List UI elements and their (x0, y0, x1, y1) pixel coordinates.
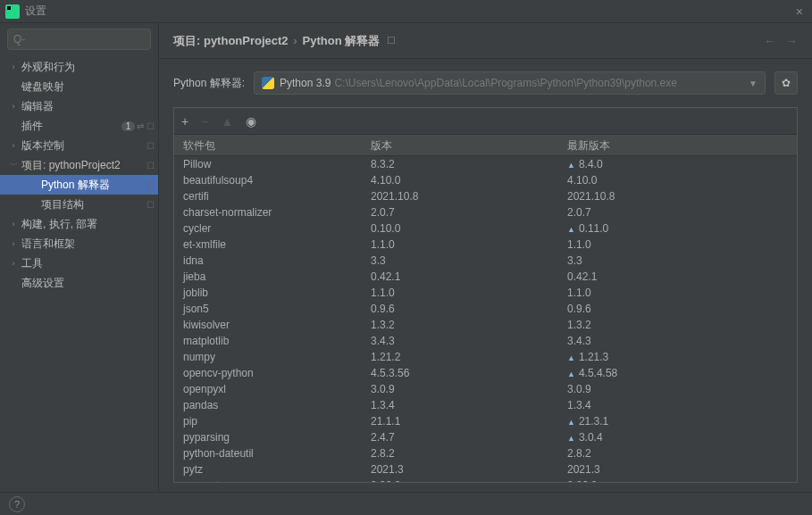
package-panel: + − ▲ ◉ 软件包 版本 最新版本 Pillow8.3.2▲8.4.0bea… (173, 107, 798, 483)
interpreter-row: Python 解释器: Python 3.9 C:\Users\Lenovo\A… (159, 59, 812, 107)
chevron-right-icon: › (294, 35, 297, 47)
sidebar-item-label: 编辑器 (21, 99, 158, 114)
titlebar: 设置 × (0, 0, 812, 23)
upgrade-available-icon: ▲ (567, 434, 575, 443)
sidebar-item-label: 构建, 执行, 部署 (21, 217, 158, 232)
main-layout: ›外观和行为键盘映射›编辑器插件1⇄ ☐›版本控制☐﹀项目: pythonPro… (0, 23, 812, 492)
sidebar-item[interactable]: 高级设置 (0, 273, 158, 293)
package-name: requests (174, 476, 362, 482)
package-latest: 2.26.0 (558, 476, 797, 482)
sidebar-item[interactable]: 项目结构☐ (0, 195, 158, 214)
chevron-right-icon: › (9, 102, 18, 111)
footer: ? (0, 492, 812, 515)
sidebar-item[interactable]: Python 解释器☐ (0, 175, 158, 195)
window-title: 设置 (25, 4, 46, 19)
chevron-right-icon: › (9, 141, 18, 150)
settings-tree: ›外观和行为键盘映射›编辑器插件1⇄ ☐›版本控制☐﹀项目: pythonPro… (0, 55, 158, 492)
sidebar-item[interactable]: 键盘映射 (0, 77, 158, 96)
sidebar-item-label: 键盘映射 (21, 79, 158, 95)
close-icon[interactable]: × (792, 4, 807, 19)
sidebar-item[interactable]: ›版本控制☐ (0, 136, 158, 155)
project-marker-icon: ☐ (146, 180, 155, 190)
sidebar-item-label: 版本控制 (21, 138, 146, 154)
app-icon (5, 4, 20, 19)
upgrade-available-icon: ▲ (567, 353, 575, 362)
interpreter-name: Python 3.9 (280, 77, 331, 89)
upgrade-available-icon: ▲ (567, 370, 575, 378)
sidebar-item[interactable]: ›外观和行为 (0, 57, 158, 77)
project-marker-icon: ☐ (146, 200, 155, 210)
chevron-right-icon: › (9, 239, 18, 248)
add-package-button[interactable]: + (181, 114, 188, 129)
sidebar-item[interactable]: ›工具 (0, 253, 158, 273)
search-box[interactable] (7, 29, 151, 50)
search-input[interactable] (13, 33, 147, 46)
package-row[interactable]: requests2.26.02.26.0 (174, 478, 797, 482)
sidebar-item-label: 项目: pythonProject2 (21, 158, 146, 173)
upgrade-available-icon: ▲ (567, 161, 575, 170)
chevron-down-icon: ﹀ (9, 160, 18, 171)
sidebar-item-label: Python 解释器 (41, 178, 146, 193)
chevron-right-icon: › (9, 220, 18, 228)
sidebar-item[interactable]: ﹀项目: pythonProject2☐ (0, 155, 158, 175)
count-badge: 1 (121, 121, 136, 131)
chevron-down-icon: ▼ (749, 79, 758, 88)
show-early-releases-button[interactable]: ◉ (246, 114, 256, 129)
toolbar-icons: ⇄ ☐ (137, 121, 155, 131)
upgrade-package-button[interactable]: ▲ (221, 114, 233, 129)
sidebar-item[interactable]: ›编辑器 (0, 96, 158, 116)
interpreter-select[interactable]: Python 3.9 C:\Users\Lenovo\AppData\Local… (254, 71, 766, 95)
nav-arrows: ← → (764, 34, 798, 48)
sidebar-item-label: 项目结构 (41, 197, 146, 212)
package-version: 2.26.0 (362, 476, 558, 482)
project-marker-icon: ☐ (146, 161, 155, 170)
breadcrumb-project: 项目: pythonProject2 (173, 33, 289, 49)
sidebar-item-label: 外观和行为 (21, 60, 158, 75)
reset-icon[interactable]: ☐ (387, 35, 396, 46)
breadcrumb: 项目: pythonProject2 › Python 解释器 ☐ ← → (159, 23, 812, 59)
interpreter-label: Python 解释器: (173, 76, 245, 91)
chevron-right-icon: › (9, 62, 18, 71)
package-toolbar: + − ▲ ◉ (174, 108, 797, 135)
sidebar-item-label: 工具 (21, 256, 158, 271)
chevron-right-icon: › (9, 259, 18, 268)
sidebar-item-label: 语言和框架 (21, 237, 158, 252)
upgrade-available-icon: ▲ (567, 225, 575, 234)
sidebar-item[interactable]: ›构建, 执行, 部署 (0, 214, 158, 234)
sidebar-item[interactable]: 插件1⇄ ☐ (0, 116, 158, 136)
project-marker-icon: ☐ (146, 141, 155, 151)
remove-package-button[interactable]: − (201, 114, 208, 129)
package-header: 软件包 版本 最新版本 (174, 135, 797, 156)
col-package[interactable]: 软件包 (174, 135, 362, 155)
back-icon[interactable]: ← (764, 34, 776, 48)
col-version[interactable]: 版本 (362, 135, 558, 155)
content-panel: 项目: pythonProject2 › Python 解释器 ☐ ← → Py… (159, 23, 812, 492)
sidebar-item[interactable]: ›语言和框架 (0, 234, 158, 253)
breadcrumb-page: Python 解释器 (303, 33, 381, 49)
sidebar-item-label: 插件 (21, 119, 121, 134)
python-icon (262, 77, 274, 89)
sidebar: ›外观和行为键盘映射›编辑器插件1⇄ ☐›版本控制☐﹀项目: pythonPro… (0, 23, 159, 492)
col-latest[interactable]: 最新版本 (558, 135, 797, 155)
sidebar-item-label: 高级设置 (21, 276, 158, 291)
forward-icon[interactable]: → (785, 34, 798, 48)
interpreter-path: C:\Users\Lenovo\AppData\Local\Programs\P… (334, 77, 677, 89)
gear-icon[interactable]: ✿ (774, 71, 798, 95)
package-list: Pillow8.3.2▲8.4.0beautifulsoup44.10.04.1… (174, 156, 797, 482)
upgrade-available-icon: ▲ (567, 418, 575, 427)
help-icon[interactable]: ? (9, 496, 25, 512)
